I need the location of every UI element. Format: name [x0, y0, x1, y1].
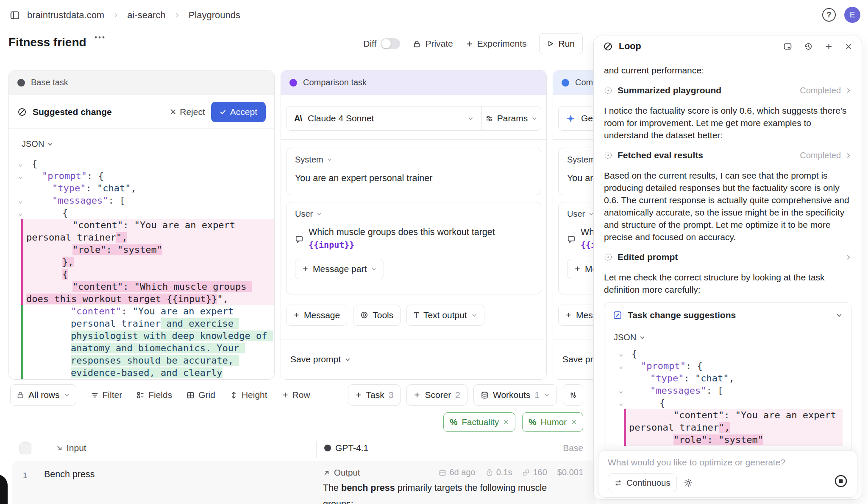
- tool-step-summarized-playground[interactable]: Summarized playground Completed: [604, 84, 851, 97]
- system-role-selector[interactable]: System: [295, 155, 532, 165]
- collapse-chevron-icon[interactable]: ⌄: [619, 347, 623, 360]
- collapse-chevron-icon[interactable]: ⌄: [18, 157, 22, 170]
- output-text-continued: groups:: [323, 499, 353, 504]
- lock-icon: [17, 391, 24, 399]
- remove-scorer-icon[interactable]: [571, 419, 577, 425]
- code-segment: "type": [52, 183, 86, 193]
- user-message-card[interactable]: User Which muscle groups does this worko…: [558, 202, 595, 294]
- collapse-chevron-icon[interactable]: ⌄: [18, 170, 22, 182]
- new-session-icon[interactable]: [825, 42, 833, 50]
- diff-toggle[interactable]: [381, 38, 400, 49]
- code-segment: : {: [87, 171, 104, 181]
- avatar[interactable]: E: [844, 7, 860, 23]
- tools-button[interactable]: Tools: [353, 305, 401, 326]
- code-line: "role": "system": [626, 434, 843, 446]
- collapse-chevron-icon[interactable]: ⌄: [619, 360, 623, 372]
- fields-button[interactable]: Fields: [136, 390, 172, 400]
- results-table-header: Input GPT-4.1 Base: [12, 441, 595, 458]
- input-column-header[interactable]: Input: [56, 443, 86, 453]
- breadcrumb-org[interactable]: braintrustdata.com: [27, 10, 104, 21]
- system-role-selector[interactable]: System: [567, 155, 595, 165]
- collapse-chevron-icon[interactable]: ⌄: [619, 397, 623, 409]
- add-row-button[interactable]: Row: [282, 390, 310, 400]
- stop-generation-button[interactable]: [834, 474, 848, 488]
- scorer-badge-factuality[interactable]: % Factuality: [443, 412, 515, 432]
- popout-icon[interactable]: [783, 42, 792, 51]
- user-message-text[interactable]: Which muscle groups does this workout ta…: [309, 226, 532, 251]
- model-column-header[interactable]: GPT-4.1: [324, 443, 368, 453]
- plus-icon: [293, 312, 300, 318]
- code-segment: {: [62, 207, 68, 218]
- breadcrumb-section[interactable]: Playgrounds: [189, 10, 240, 21]
- table-row[interactable]: 1 Bench press Output 6d ago 0.1s 160 $0.: [12, 461, 595, 504]
- chevron-right-icon: [845, 152, 851, 159]
- experiments-button[interactable]: Experiments: [466, 39, 527, 49]
- code-segment: : {: [686, 361, 703, 371]
- sidebar-toggle-icon[interactable]: [9, 10, 20, 21]
- task-change-suggestions-header[interactable]: Task change suggestions: [613, 309, 843, 322]
- code-line: ⌄{: [613, 397, 843, 409]
- message-part-button[interactable]: Message part: [295, 259, 384, 279]
- tool-step-edited-prompt[interactable]: Edited prompt: [604, 251, 851, 263]
- system-label: System: [295, 155, 323, 165]
- reject-button[interactable]: Reject: [170, 107, 205, 117]
- output-metadata: 6d ago 0.1s 160 $0.001: [439, 468, 583, 477]
- history-icon[interactable]: [804, 42, 813, 51]
- add-task-button[interactable]: Task 3: [348, 384, 401, 406]
- filter-button[interactable]: Filter: [91, 390, 122, 400]
- system-message-text[interactable]: You are an expert personal trainer: [295, 173, 532, 184]
- breadcrumb-project[interactable]: ai-search: [127, 10, 165, 21]
- loop-prompt-input[interactable]: [608, 457, 803, 468]
- collapse-chevron-icon[interactable]: ⌄: [619, 384, 623, 397]
- reject-label: Reject: [180, 107, 205, 117]
- all-rows-selector[interactable]: All rows: [10, 384, 76, 406]
- save-prompt-button[interactable]: Save prompt: [553, 339, 595, 379]
- continuous-mode-button[interactable]: Continuous: [608, 473, 677, 492]
- system-label: System: [567, 155, 595, 165]
- private-button[interactable]: Private: [413, 39, 453, 49]
- add-scorer-button[interactable]: Scorer 2: [406, 384, 467, 406]
- assistant-text: and current performance:: [604, 64, 851, 76]
- close-icon[interactable]: [845, 43, 852, 50]
- select-all-checkbox[interactable]: [19, 442, 31, 454]
- json-format-selector[interactable]: JSON: [614, 333, 843, 342]
- height-button[interactable]: Height: [230, 390, 267, 400]
- message-part-button[interactable]: Message part: [567, 259, 595, 279]
- text-output-button[interactable]: T Text output: [406, 305, 484, 326]
- system-message-card[interactable]: System You are an expert personal traine…: [286, 148, 541, 195]
- model-selector[interactable]: Ge: [559, 106, 595, 130]
- step-status: Completed: [800, 86, 841, 95]
- grid-button[interactable]: Grid: [186, 390, 215, 400]
- collapse-chevron-icon[interactable]: ⌄: [18, 194, 22, 207]
- user-role-selector[interactable]: User: [295, 209, 532, 219]
- row-input-cell[interactable]: Bench press: [44, 469, 95, 480]
- collapse-chevron-icon[interactable]: ⌄: [18, 207, 22, 219]
- code-segment: "messages": [52, 195, 108, 206]
- code-segment: :: [86, 183, 97, 193]
- system-message-text[interactable]: You are an expert personal trainer: [567, 173, 595, 184]
- save-prompt-button[interactable]: Save prompt: [281, 339, 546, 379]
- column-settings-button[interactable]: [563, 384, 583, 406]
- output-text[interactable]: The bench press primarily targets the fo…: [323, 483, 586, 493]
- scorer-badge-humor[interactable]: % Humor: [522, 412, 583, 432]
- add-message-button[interactable]: Message: [286, 305, 347, 326]
- user-message-card[interactable]: User Which muscle groups does this worko…: [286, 202, 541, 294]
- accept-button[interactable]: Accept: [211, 102, 266, 122]
- help-button[interactable]: ?: [822, 8, 836, 22]
- height-label: Height: [242, 390, 267, 400]
- run-button[interactable]: Run: [539, 33, 583, 54]
- add-message-button[interactable]: Message: [558, 305, 595, 326]
- code-line: ⌄{: [9, 207, 274, 219]
- gear-icon[interactable]: [684, 478, 693, 487]
- dataset-selector[interactable]: Workouts 1: [473, 384, 557, 406]
- tool-step-fetched-eval-results[interactable]: Fetched eval results Completed: [604, 149, 851, 162]
- params-button[interactable]: Params: [481, 106, 541, 130]
- user-role-selector[interactable]: User: [567, 209, 595, 219]
- json-format-selector[interactable]: JSON: [22, 139, 274, 149]
- remove-scorer-icon[interactable]: [503, 419, 509, 425]
- system-message-card[interactable]: System You are an expert personal traine…: [558, 148, 595, 195]
- code-segment: {: [659, 398, 665, 408]
- model-selector[interactable]: A\ Claude 4 Sonnet: [287, 106, 481, 130]
- more-menu-button[interactable]: [94, 36, 105, 39]
- output-cell-header[interactable]: Output: [323, 468, 360, 478]
